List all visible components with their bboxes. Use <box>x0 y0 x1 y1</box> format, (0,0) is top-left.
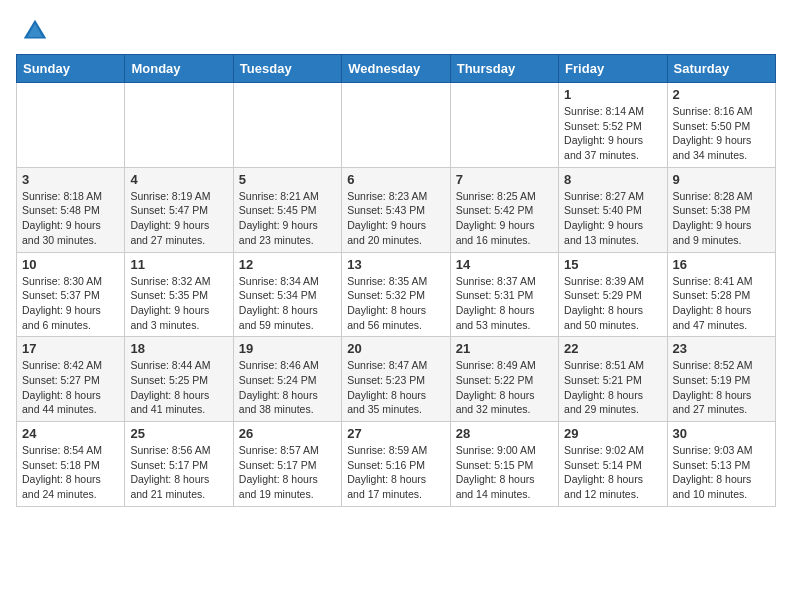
calendar-cell: 27Sunrise: 8:59 AMSunset: 5:16 PMDayligh… <box>342 422 450 507</box>
calendar-cell <box>450 83 558 168</box>
day-number: 22 <box>564 341 661 356</box>
day-number: 2 <box>673 87 770 102</box>
day-info: Sunrise: 8:23 AMSunset: 5:43 PMDaylight:… <box>347 189 444 248</box>
day-info: Sunrise: 8:41 AMSunset: 5:28 PMDaylight:… <box>673 274 770 333</box>
day-info: Sunrise: 8:52 AMSunset: 5:19 PMDaylight:… <box>673 358 770 417</box>
day-number: 24 <box>22 426 119 441</box>
calendar-cell: 4Sunrise: 8:19 AMSunset: 5:47 PMDaylight… <box>125 167 233 252</box>
day-info: Sunrise: 8:14 AMSunset: 5:52 PMDaylight:… <box>564 104 661 163</box>
day-info: Sunrise: 8:59 AMSunset: 5:16 PMDaylight:… <box>347 443 444 502</box>
day-number: 29 <box>564 426 661 441</box>
calendar-cell: 19Sunrise: 8:46 AMSunset: 5:24 PMDayligh… <box>233 337 341 422</box>
day-info: Sunrise: 8:19 AMSunset: 5:47 PMDaylight:… <box>130 189 227 248</box>
column-header-wednesday: Wednesday <box>342 55 450 83</box>
day-info: Sunrise: 8:18 AMSunset: 5:48 PMDaylight:… <box>22 189 119 248</box>
column-header-friday: Friday <box>559 55 667 83</box>
day-info: Sunrise: 8:28 AMSunset: 5:38 PMDaylight:… <box>673 189 770 248</box>
day-info: Sunrise: 9:03 AMSunset: 5:13 PMDaylight:… <box>673 443 770 502</box>
day-number: 17 <box>22 341 119 356</box>
day-number: 8 <box>564 172 661 187</box>
day-number: 18 <box>130 341 227 356</box>
calendar-header-row: SundayMondayTuesdayWednesdayThursdayFrid… <box>17 55 776 83</box>
column-header-saturday: Saturday <box>667 55 775 83</box>
calendar-cell: 1Sunrise: 8:14 AMSunset: 5:52 PMDaylight… <box>559 83 667 168</box>
calendar-week-row: 24Sunrise: 8:54 AMSunset: 5:18 PMDayligh… <box>17 422 776 507</box>
day-info: Sunrise: 8:42 AMSunset: 5:27 PMDaylight:… <box>22 358 119 417</box>
calendar-table: SundayMondayTuesdayWednesdayThursdayFrid… <box>16 54 776 507</box>
day-info: Sunrise: 8:57 AMSunset: 5:17 PMDaylight:… <box>239 443 336 502</box>
day-info: Sunrise: 9:02 AMSunset: 5:14 PMDaylight:… <box>564 443 661 502</box>
calendar-cell: 24Sunrise: 8:54 AMSunset: 5:18 PMDayligh… <box>17 422 125 507</box>
day-number: 15 <box>564 257 661 272</box>
day-number: 20 <box>347 341 444 356</box>
calendar-cell: 9Sunrise: 8:28 AMSunset: 5:38 PMDaylight… <box>667 167 775 252</box>
day-number: 16 <box>673 257 770 272</box>
day-number: 26 <box>239 426 336 441</box>
day-info: Sunrise: 8:30 AMSunset: 5:37 PMDaylight:… <box>22 274 119 333</box>
calendar-cell <box>17 83 125 168</box>
day-number: 13 <box>347 257 444 272</box>
day-number: 1 <box>564 87 661 102</box>
calendar-cell: 23Sunrise: 8:52 AMSunset: 5:19 PMDayligh… <box>667 337 775 422</box>
calendar-cell <box>342 83 450 168</box>
day-info: Sunrise: 8:46 AMSunset: 5:24 PMDaylight:… <box>239 358 336 417</box>
day-info: Sunrise: 8:39 AMSunset: 5:29 PMDaylight:… <box>564 274 661 333</box>
calendar-cell: 6Sunrise: 8:23 AMSunset: 5:43 PMDaylight… <box>342 167 450 252</box>
day-number: 28 <box>456 426 553 441</box>
day-info: Sunrise: 8:27 AMSunset: 5:40 PMDaylight:… <box>564 189 661 248</box>
calendar-cell: 3Sunrise: 8:18 AMSunset: 5:48 PMDaylight… <box>17 167 125 252</box>
column-header-sunday: Sunday <box>17 55 125 83</box>
calendar-wrapper: SundayMondayTuesdayWednesdayThursdayFrid… <box>0 54 792 515</box>
calendar-cell: 26Sunrise: 8:57 AMSunset: 5:17 PMDayligh… <box>233 422 341 507</box>
day-info: Sunrise: 8:32 AMSunset: 5:35 PMDaylight:… <box>130 274 227 333</box>
day-info: Sunrise: 8:37 AMSunset: 5:31 PMDaylight:… <box>456 274 553 333</box>
day-number: 23 <box>673 341 770 356</box>
column-header-tuesday: Tuesday <box>233 55 341 83</box>
day-info: Sunrise: 8:16 AMSunset: 5:50 PMDaylight:… <box>673 104 770 163</box>
calendar-cell: 2Sunrise: 8:16 AMSunset: 5:50 PMDaylight… <box>667 83 775 168</box>
day-info: Sunrise: 8:49 AMSunset: 5:22 PMDaylight:… <box>456 358 553 417</box>
day-info: Sunrise: 8:25 AMSunset: 5:42 PMDaylight:… <box>456 189 553 248</box>
calendar-cell <box>233 83 341 168</box>
day-info: Sunrise: 8:51 AMSunset: 5:21 PMDaylight:… <box>564 358 661 417</box>
day-number: 21 <box>456 341 553 356</box>
day-number: 3 <box>22 172 119 187</box>
calendar-body: 1Sunrise: 8:14 AMSunset: 5:52 PMDaylight… <box>17 83 776 507</box>
calendar-cell: 11Sunrise: 8:32 AMSunset: 5:35 PMDayligh… <box>125 252 233 337</box>
day-number: 19 <box>239 341 336 356</box>
day-number: 27 <box>347 426 444 441</box>
calendar-cell: 17Sunrise: 8:42 AMSunset: 5:27 PMDayligh… <box>17 337 125 422</box>
day-number: 10 <box>22 257 119 272</box>
calendar-cell: 15Sunrise: 8:39 AMSunset: 5:29 PMDayligh… <box>559 252 667 337</box>
calendar-cell: 7Sunrise: 8:25 AMSunset: 5:42 PMDaylight… <box>450 167 558 252</box>
day-info: Sunrise: 8:47 AMSunset: 5:23 PMDaylight:… <box>347 358 444 417</box>
calendar-cell: 12Sunrise: 8:34 AMSunset: 5:34 PMDayligh… <box>233 252 341 337</box>
day-number: 14 <box>456 257 553 272</box>
calendar-cell: 13Sunrise: 8:35 AMSunset: 5:32 PMDayligh… <box>342 252 450 337</box>
day-number: 7 <box>456 172 553 187</box>
page-header <box>0 0 792 54</box>
calendar-cell: 16Sunrise: 8:41 AMSunset: 5:28 PMDayligh… <box>667 252 775 337</box>
calendar-cell: 29Sunrise: 9:02 AMSunset: 5:14 PMDayligh… <box>559 422 667 507</box>
calendar-cell: 30Sunrise: 9:03 AMSunset: 5:13 PMDayligh… <box>667 422 775 507</box>
calendar-cell: 5Sunrise: 8:21 AMSunset: 5:45 PMDaylight… <box>233 167 341 252</box>
day-info: Sunrise: 8:35 AMSunset: 5:32 PMDaylight:… <box>347 274 444 333</box>
day-number: 6 <box>347 172 444 187</box>
calendar-cell: 28Sunrise: 9:00 AMSunset: 5:15 PMDayligh… <box>450 422 558 507</box>
calendar-week-row: 10Sunrise: 8:30 AMSunset: 5:37 PMDayligh… <box>17 252 776 337</box>
day-info: Sunrise: 8:44 AMSunset: 5:25 PMDaylight:… <box>130 358 227 417</box>
day-number: 4 <box>130 172 227 187</box>
day-info: Sunrise: 8:54 AMSunset: 5:18 PMDaylight:… <box>22 443 119 502</box>
day-number: 12 <box>239 257 336 272</box>
column-header-monday: Monday <box>125 55 233 83</box>
column-header-thursday: Thursday <box>450 55 558 83</box>
calendar-week-row: 17Sunrise: 8:42 AMSunset: 5:27 PMDayligh… <box>17 337 776 422</box>
day-number: 11 <box>130 257 227 272</box>
day-number: 30 <box>673 426 770 441</box>
calendar-cell <box>125 83 233 168</box>
logo <box>20 16 54 46</box>
calendar-cell: 22Sunrise: 8:51 AMSunset: 5:21 PMDayligh… <box>559 337 667 422</box>
day-info: Sunrise: 9:00 AMSunset: 5:15 PMDaylight:… <box>456 443 553 502</box>
calendar-cell: 18Sunrise: 8:44 AMSunset: 5:25 PMDayligh… <box>125 337 233 422</box>
logo-icon <box>20 16 50 46</box>
